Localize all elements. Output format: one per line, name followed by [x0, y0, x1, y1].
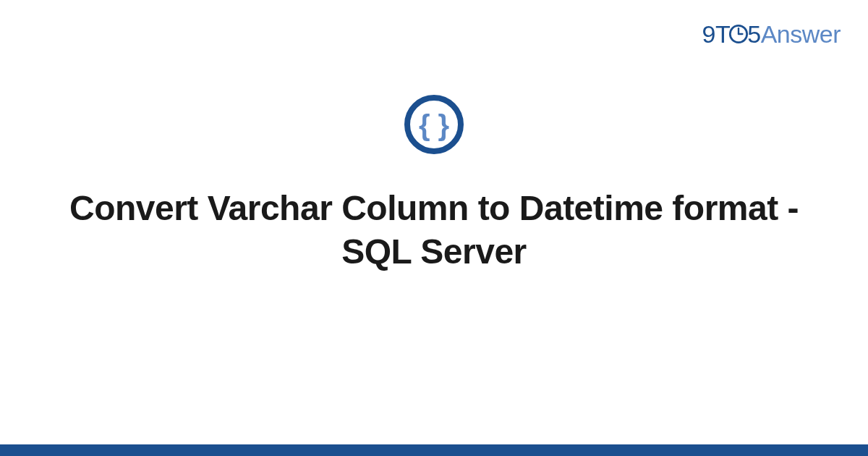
svg-text:{ }: { } [419, 109, 449, 141]
code-braces-icon: { } [404, 94, 464, 158]
brand-suffix: Answer [761, 20, 841, 48]
footer-bar [0, 444, 868, 456]
page-title: Convert Varchar Column to Datetime forma… [0, 187, 868, 274]
clock-icon [728, 22, 749, 50]
brand-prefix: 9T [702, 20, 731, 48]
brand-middle: 5 [747, 20, 760, 48]
brand-logo: 9T5Answer [702, 20, 841, 50]
